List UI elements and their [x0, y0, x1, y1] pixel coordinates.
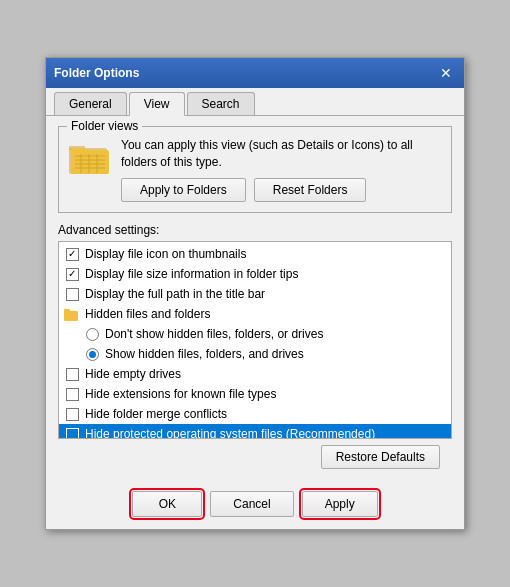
- setting-label: Hide protected operating system files (R…: [85, 427, 375, 438]
- folder-options-dialog: Folder Options ✕ General View Search Fol…: [45, 57, 465, 531]
- restore-defaults-button[interactable]: Restore Defaults: [321, 445, 440, 469]
- checkbox-hide-merge: [66, 408, 79, 421]
- radio-show-hidden: [86, 348, 99, 361]
- folder-views-info: You can apply this view (such as Details…: [121, 137, 441, 203]
- apply-to-folders-button[interactable]: Apply to Folders: [121, 178, 246, 202]
- settings-list[interactable]: Display file icon on thumbnails Display …: [59, 242, 451, 438]
- setting-label: Display file size information in folder …: [85, 267, 298, 281]
- checkbox-hide-extensions: [66, 388, 79, 401]
- folder-views-buttons: Apply to Folders Reset Folders: [121, 178, 441, 202]
- tab-general[interactable]: General: [54, 92, 127, 115]
- svg-rect-11: [64, 311, 78, 321]
- apply-button[interactable]: Apply: [302, 491, 378, 517]
- checkbox-hide-os-files: [66, 428, 79, 439]
- list-item[interactable]: Show hidden files, folders, and drives: [79, 344, 451, 364]
- reset-folders-button[interactable]: Reset Folders: [254, 178, 367, 202]
- ok-button[interactable]: OK: [132, 491, 202, 517]
- checkbox-icon: [63, 425, 81, 438]
- tab-bar: General View Search: [46, 88, 464, 116]
- svg-rect-2: [71, 150, 109, 174]
- checkbox-icon: [63, 265, 81, 283]
- checkbox-icon: [63, 385, 81, 403]
- svg-rect-12: [64, 309, 70, 312]
- setting-label: Hide empty drives: [85, 367, 181, 381]
- checkbox-hide-empty: [66, 368, 79, 381]
- checkbox-icon: [63, 365, 81, 383]
- list-item[interactable]: Hide folder merge conflicts: [59, 404, 451, 424]
- dialog-title: Folder Options: [54, 66, 139, 80]
- svg-rect-3: [71, 148, 87, 153]
- radio-icon: [83, 345, 101, 363]
- checkbox-icon: [63, 285, 81, 303]
- dialog-footer: OK Cancel Apply: [46, 487, 464, 529]
- folder-header-icon: [63, 305, 81, 323]
- list-item[interactable]: Hide protected operating system files (R…: [59, 424, 451, 438]
- folder-views-description: You can apply this view (such as Details…: [121, 137, 441, 171]
- folder-views-body: You can apply this view (such as Details…: [69, 137, 441, 203]
- title-bar: Folder Options ✕: [46, 58, 464, 88]
- close-button[interactable]: ✕: [436, 64, 456, 82]
- settings-list-container: Display file icon on thumbnails Display …: [58, 241, 452, 439]
- checkbox-icon: [63, 405, 81, 423]
- radio-dont-show: [86, 328, 99, 341]
- setting-label: Display the full path in the title bar: [85, 287, 265, 301]
- list-item[interactable]: Display file size information in folder …: [59, 264, 451, 284]
- title-bar-buttons: ✕: [436, 64, 456, 82]
- list-item[interactable]: Hide extensions for known file types: [59, 384, 451, 404]
- list-item[interactable]: Hide empty drives: [59, 364, 451, 384]
- list-item[interactable]: Don't show hidden files, folders, or dri…: [79, 324, 451, 344]
- setting-label: Display file icon on thumbnails: [85, 247, 246, 261]
- setting-label: Hide extensions for known file types: [85, 387, 276, 401]
- setting-label: Show hidden files, folders, and drives: [105, 347, 304, 361]
- list-item[interactable]: Display the full path in the title bar: [59, 284, 451, 304]
- setting-label: Don't show hidden files, folders, or dri…: [105, 327, 323, 341]
- list-item[interactable]: Hidden files and folders: [59, 304, 451, 324]
- setting-label: Hide folder merge conflicts: [85, 407, 227, 421]
- content-area: Folder views: [46, 116, 464, 488]
- tab-search[interactable]: Search: [187, 92, 255, 115]
- checkbox-icon: [63, 245, 81, 263]
- setting-label: Hidden files and folders: [85, 307, 210, 321]
- radio-icon: [83, 325, 101, 343]
- checkbox-display-file-size: [66, 268, 79, 281]
- list-item[interactable]: Display file icon on thumbnails: [59, 244, 451, 264]
- checkbox-full-path: [66, 288, 79, 301]
- advanced-settings-label: Advanced settings:: [58, 223, 452, 237]
- folder-views-group: Folder views: [58, 126, 452, 214]
- tab-view[interactable]: View: [129, 92, 185, 116]
- folder-icon: [69, 137, 111, 179]
- bottom-buttons: Restore Defaults: [58, 439, 452, 477]
- cancel-button[interactable]: Cancel: [210, 491, 293, 517]
- checkbox-display-file-icon: [66, 248, 79, 261]
- folder-views-label: Folder views: [67, 119, 142, 133]
